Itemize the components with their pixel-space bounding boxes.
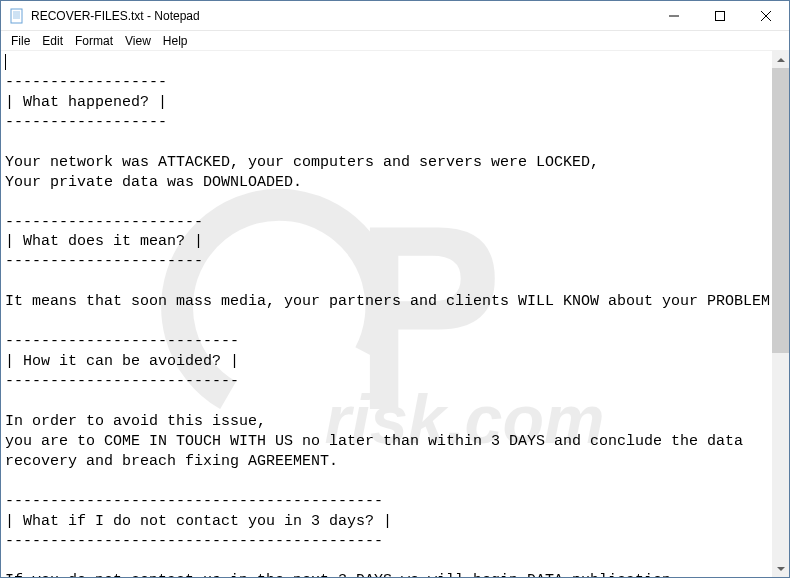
- text-line: [5, 392, 768, 412]
- text-line: ------------------: [5, 73, 768, 93]
- menu-edit[interactable]: Edit: [36, 32, 69, 50]
- text-line: ----------------------: [5, 252, 768, 272]
- scroll-thumb[interactable]: [772, 68, 789, 353]
- text-editor[interactable]: ------------------| What happened? |----…: [1, 51, 772, 577]
- maximize-button[interactable]: [697, 1, 743, 30]
- text-line: [5, 133, 768, 153]
- text-line: In order to avoid this issue,: [5, 412, 768, 432]
- vertical-scrollbar[interactable]: [772, 51, 789, 577]
- text-line: [5, 53, 768, 73]
- minimize-button[interactable]: [651, 1, 697, 30]
- text-line: | How it can be avoided? |: [5, 352, 768, 372]
- text-line: | What if I do not contact you in 3 days…: [5, 512, 768, 532]
- text-line: ----------------------------------------…: [5, 532, 768, 552]
- text-line: It means that soon mass media, your part…: [5, 292, 768, 312]
- text-cursor: [5, 54, 6, 70]
- text-line: | What happened? |: [5, 93, 768, 113]
- menu-help[interactable]: Help: [157, 32, 194, 50]
- menu-view[interactable]: View: [119, 32, 157, 50]
- window-title: RECOVER-FILES.txt - Notepad: [31, 9, 651, 23]
- text-line: [5, 193, 768, 213]
- text-line: ----------------------------------------…: [5, 492, 768, 512]
- text-line: | What does it mean? |: [5, 232, 768, 252]
- scroll-down-arrow[interactable]: [772, 560, 789, 577]
- text-line: recovery and breach fixing AGREEMENT.: [5, 452, 768, 472]
- svg-rect-6: [716, 11, 725, 20]
- notepad-icon: [9, 8, 25, 24]
- close-button[interactable]: [743, 1, 789, 30]
- title-bar: RECOVER-FILES.txt - Notepad: [1, 1, 789, 31]
- text-line: If you do not contact us in the next 3 D…: [5, 571, 768, 577]
- window-controls: [651, 1, 789, 30]
- text-line: Your network was ATTACKED, your computer…: [5, 153, 768, 173]
- menu-bar: File Edit Format View Help: [1, 31, 789, 51]
- scroll-up-arrow[interactable]: [772, 51, 789, 68]
- text-line: [5, 312, 768, 332]
- text-line: [5, 551, 768, 571]
- text-line: Your private data was DOWNLOADED.: [5, 173, 768, 193]
- scroll-track[interactable]: [772, 68, 789, 560]
- menu-file[interactable]: File: [5, 32, 36, 50]
- text-line: --------------------------: [5, 332, 768, 352]
- text-line: --------------------------: [5, 372, 768, 392]
- menu-format[interactable]: Format: [69, 32, 119, 50]
- text-line: [5, 272, 768, 292]
- text-line: ------------------: [5, 113, 768, 133]
- text-line: ----------------------: [5, 213, 768, 233]
- text-line: [5, 472, 768, 492]
- text-line: you are to COME IN TOUCH WITH US no late…: [5, 432, 768, 452]
- content-wrapper: risk.com ------------------| What happen…: [1, 51, 789, 577]
